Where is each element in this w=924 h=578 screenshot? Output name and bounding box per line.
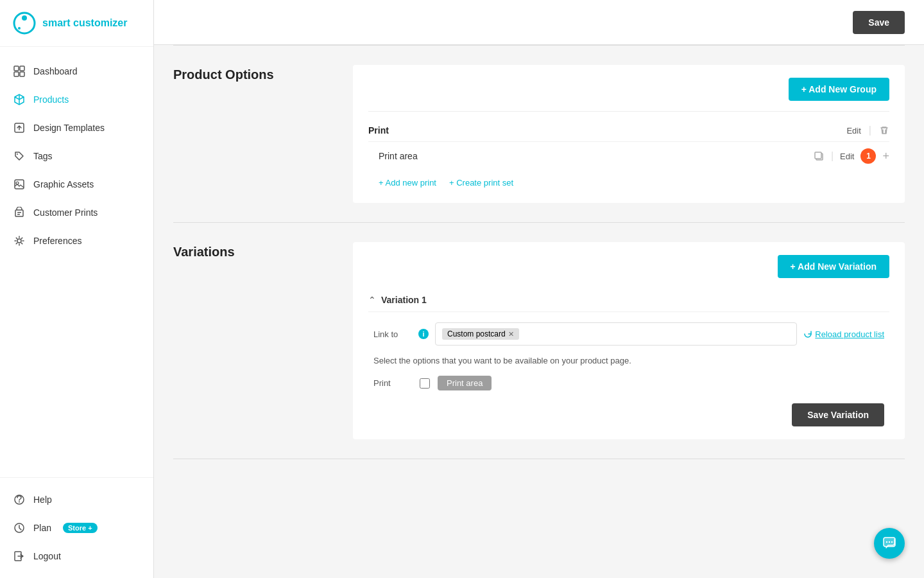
product-options-content: + Add New Group Print Edit | bbox=[353, 65, 905, 203]
tags-icon bbox=[13, 150, 26, 162]
link-to-row: Link to i Custom postcard ✕ Reload bbox=[373, 322, 884, 346]
customer-prints-icon bbox=[13, 206, 26, 219]
svg-point-2 bbox=[18, 27, 21, 30]
sidebar-item-customer-prints[interactable]: Customer Prints bbox=[0, 198, 153, 227]
divider-v2: | bbox=[831, 150, 834, 162]
variation-1-title: Variation 1 bbox=[381, 295, 427, 305]
sidebar-label-products: Products bbox=[33, 94, 69, 105]
save-button[interactable]: Save bbox=[853, 11, 905, 34]
graphic-assets-icon bbox=[13, 178, 26, 191]
reload-product-list-link[interactable]: Reload product list bbox=[803, 329, 884, 339]
product-options-section: Product Options + Add New Group Print Ed… bbox=[154, 46, 924, 222]
print-option-row: Print Print area bbox=[373, 376, 884, 390]
options-text: Select the options that you want to be a… bbox=[373, 356, 884, 365]
print-checkbox[interactable] bbox=[420, 378, 430, 389]
svg-rect-12 bbox=[17, 212, 21, 213]
sidebar-item-help[interactable]: Help bbox=[0, 486, 153, 514]
logo-text: smart customizer bbox=[42, 17, 128, 29]
svg-rect-3 bbox=[14, 66, 19, 71]
delete-icon[interactable] bbox=[879, 125, 889, 136]
sidebar-item-tags[interactable]: Tags bbox=[0, 142, 153, 170]
print-group: Print Edit | Print area bbox=[368, 111, 889, 190]
sidebar-label-help: Help bbox=[33, 495, 52, 505]
print-group-title: Print bbox=[368, 125, 389, 136]
svg-rect-13 bbox=[17, 214, 20, 215]
svg-rect-4 bbox=[20, 66, 24, 71]
sidebar-label-customer-prints: Customer Prints bbox=[33, 207, 98, 218]
sidebar-item-graphic-assets[interactable]: Graphic Assets bbox=[0, 170, 153, 198]
sidebar-label-tags: Tags bbox=[33, 151, 53, 161]
product-options-header: + Add New Group bbox=[368, 78, 889, 101]
sidebar-bottom: Help Plan Store + Logout bbox=[0, 477, 153, 578]
chevron-up-icon[interactable]: ⌃ bbox=[368, 295, 376, 305]
variation-1-body: Link to i Custom postcard ✕ Reload bbox=[368, 322, 889, 426]
print-group-actions: Edit | bbox=[846, 125, 889, 136]
sidebar-item-plan[interactable]: Plan Store + bbox=[0, 514, 153, 542]
tag-remove-button[interactable]: ✕ bbox=[508, 330, 514, 338]
reload-label: Reload product list bbox=[815, 329, 884, 339]
svg-point-22 bbox=[889, 541, 890, 543]
print-group-header: Print Edit | bbox=[368, 119, 889, 141]
variations-title: Variations bbox=[173, 242, 353, 439]
svg-point-1 bbox=[22, 15, 27, 21]
print-area-badge: Print area bbox=[438, 376, 492, 390]
save-variation-button[interactable]: Save Variation bbox=[792, 403, 884, 426]
sidebar-label-design-templates: Design Templates bbox=[33, 123, 105, 133]
add-new-print-link[interactable]: + Add new print bbox=[379, 178, 436, 188]
products-icon bbox=[13, 93, 26, 106]
sidebar-item-products[interactable]: Products bbox=[0, 85, 153, 114]
sidebar-item-logout[interactable]: Logout bbox=[0, 542, 153, 570]
svg-rect-11 bbox=[15, 210, 23, 216]
print-area-row: Print area | Edit 1 + bbox=[368, 141, 889, 170]
design-templates-icon bbox=[13, 121, 26, 134]
svg-rect-9 bbox=[15, 180, 24, 189]
sidebar-label-graphic-assets: Graphic Assets bbox=[33, 179, 94, 189]
divider-bottom bbox=[173, 459, 905, 459]
help-icon bbox=[13, 493, 26, 506]
svg-rect-6 bbox=[20, 72, 24, 76]
chat-fab-button[interactable] bbox=[874, 528, 905, 559]
logo: smart customizer bbox=[0, 0, 153, 47]
svg-point-8 bbox=[17, 153, 18, 155]
reload-icon bbox=[803, 329, 812, 338]
logout-icon bbox=[13, 550, 26, 563]
sidebar: smart customizer Dashboard bbox=[0, 0, 154, 578]
preferences-icon bbox=[13, 234, 26, 247]
sidebar-label-dashboard: Dashboard bbox=[33, 66, 78, 76]
add-new-variation-button[interactable]: + Add New Variation bbox=[778, 255, 889, 278]
topbar: Save bbox=[154, 0, 924, 45]
print-group-edit-link[interactable]: Edit bbox=[846, 126, 860, 136]
svg-point-23 bbox=[891, 541, 893, 543]
svg-rect-5 bbox=[14, 72, 19, 76]
sidebar-label-plan: Plan bbox=[33, 523, 51, 533]
copy-icon[interactable] bbox=[813, 150, 825, 162]
tag-label: Custom postcard bbox=[447, 329, 506, 338]
plus-icon[interactable]: + bbox=[882, 150, 889, 163]
print-area-edit-link[interactable]: Edit bbox=[840, 152, 854, 161]
sidebar-item-preferences[interactable]: Preferences bbox=[0, 227, 153, 255]
add-new-group-button[interactable]: + Add New Group bbox=[789, 78, 889, 101]
plan-badge: Store + bbox=[63, 523, 98, 533]
print-area-actions: | Edit 1 + bbox=[813, 148, 889, 164]
sidebar-label-logout: Logout bbox=[33, 551, 61, 561]
plan-icon bbox=[13, 521, 26, 534]
variation-1-header: ⌃ Variation 1 bbox=[368, 288, 889, 312]
svg-point-14 bbox=[17, 239, 21, 243]
product-options-title: Product Options bbox=[173, 65, 353, 203]
link-to-input[interactable]: Custom postcard ✕ bbox=[435, 322, 797, 346]
sidebar-label-preferences: Preferences bbox=[33, 236, 81, 246]
sidebar-item-design-templates[interactable]: Design Templates bbox=[0, 114, 153, 142]
svg-point-10 bbox=[16, 182, 19, 184]
divider-v1: | bbox=[869, 125, 871, 136]
variations-section: Variations + Add New Variation ⌃ Variati… bbox=[154, 223, 924, 459]
create-print-set-link[interactable]: + Create print set bbox=[449, 178, 513, 188]
svg-rect-19 bbox=[815, 152, 821, 159]
chat-icon bbox=[882, 536, 896, 550]
dashboard-icon bbox=[13, 65, 26, 78]
sidebar-item-dashboard[interactable]: Dashboard bbox=[0, 57, 153, 85]
variations-content: + Add New Variation ⌃ Variation 1 Link t… bbox=[353, 242, 905, 439]
link-to-label: Link to bbox=[373, 329, 412, 339]
count-badge: 1 bbox=[860, 148, 876, 164]
custom-postcard-tag: Custom postcard ✕ bbox=[442, 328, 519, 340]
sidebar-nav: Dashboard Products Design Templates bbox=[0, 47, 153, 477]
